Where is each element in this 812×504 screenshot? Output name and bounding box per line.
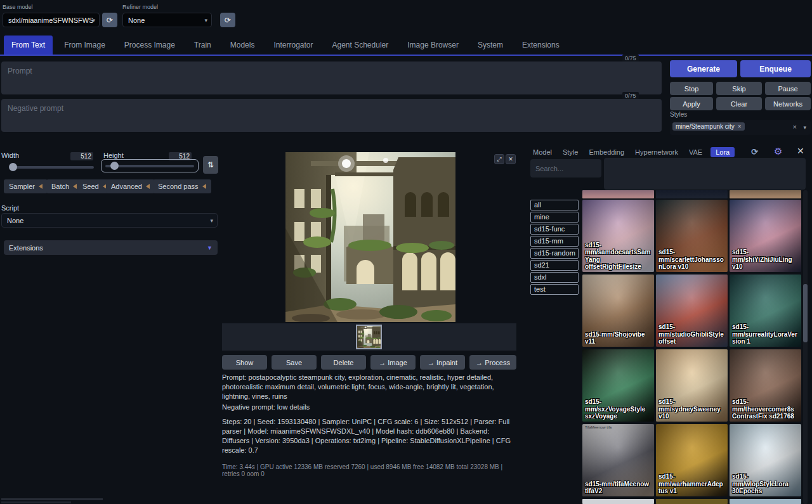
- advanced-accordion[interactable]: Advanced: [106, 179, 155, 193]
- networks-tab-style[interactable]: Style: [560, 147, 580, 157]
- networks-tab-hypernetwork[interactable]: Hypernetwork: [632, 147, 681, 157]
- send-to-image-button[interactable]: → Image: [370, 355, 416, 370]
- networks-close-icon[interactable]: ✕: [797, 146, 804, 156]
- lora-card[interactable]: sd15-mm/sxzVoyageStyle sxzVoyage: [582, 349, 654, 422]
- chevron-down-icon[interactable]: ▾: [803, 124, 806, 131]
- card-sliver: [730, 190, 801, 198]
- networks-tab-bar: Model Style Embedding Hypernetwork VAE L…: [530, 147, 735, 157]
- lora-card-label: sd15-mm/surrealityLoraVersion 1: [732, 323, 799, 345]
- card-sliver: [656, 190, 728, 198]
- script-select[interactable]: None ▾: [1, 213, 218, 228]
- networks-tab-embedding[interactable]: Embedding: [586, 147, 627, 157]
- lora-card[interactable]: sd15-mm/Shojovibe v11: [582, 275, 654, 347]
- folder-test[interactable]: test: [530, 284, 579, 295]
- lora-card[interactable]: sd15-mm/studioGhibliStyle offset: [656, 275, 728, 347]
- save-button[interactable]: Save: [272, 355, 317, 370]
- folder-sd15-func[interactable]: sd15-func: [530, 224, 579, 235]
- networks-scrollbar-track[interactable]: [803, 190, 808, 504]
- remove-style-icon[interactable]: ×: [738, 123, 742, 130]
- tab-interrogator[interactable]: Interrogator: [266, 36, 320, 55]
- tab-agent-scheduler[interactable]: Agent Scheduler: [325, 36, 396, 55]
- send-to-inpaint-button[interactable]: → Inpaint: [420, 355, 465, 370]
- tab-process-image[interactable]: Process Image: [117, 36, 183, 55]
- close-preview-button[interactable]: ✕: [506, 154, 516, 164]
- lora-card[interactable]: sd15-mm/shiYiZhiJiuLing v10: [730, 200, 801, 272]
- skip-button[interactable]: Skip: [716, 82, 762, 95]
- lora-card[interactable]: sd15-mm/scarlettJohanssonLora v10: [656, 200, 728, 272]
- height-slider-track[interactable]: [105, 165, 194, 167]
- swap-dimensions-button[interactable]: ⇅: [203, 156, 218, 174]
- gallery-thumbnail[interactable]: [356, 325, 382, 349]
- tab-train[interactable]: Train: [187, 36, 219, 55]
- lora-card[interactable]: sd15-mm/surrealityLoraVersion 1: [730, 275, 801, 347]
- tab-image-browser[interactable]: Image Browser: [400, 36, 466, 55]
- styles-select[interactable]: mine/Steampunk city × × ▾: [670, 120, 811, 135]
- generate-button[interactable]: Generate: [670, 60, 737, 77]
- base-model-select[interactable]: sdxl/miaanimeSFWNSFWS ▾: [3, 13, 100, 27]
- base-model-refresh-button[interactable]: ⟳: [102, 13, 117, 27]
- status-log-fragment: [1, 501, 71, 503]
- networks-settings-gear-icon[interactable]: ⚙: [774, 146, 782, 157]
- pause-button[interactable]: Pause: [765, 82, 811, 95]
- width-value-input[interactable]: 512: [70, 152, 93, 160]
- tab-system[interactable]: System: [470, 36, 511, 55]
- show-button[interactable]: Show: [222, 355, 267, 370]
- width-slider-knob[interactable]: [9, 163, 17, 171]
- folder-sd15-mm[interactable]: sd15-mm: [530, 236, 579, 247]
- lora-card-label: sd15-mm/tifaMeenow tifaV2: [585, 481, 652, 494]
- extensions-accordion[interactable]: Extensions ▼: [4, 240, 218, 255]
- tab-from-image[interactable]: From Image: [56, 36, 113, 55]
- fullscreen-button[interactable]: ⤢: [494, 154, 504, 164]
- lora-card[interactable]: TifaMeenow tifa sd15-mm/tifaMeenow tifaV…: [582, 424, 654, 496]
- tab-models[interactable]: Models: [223, 36, 263, 55]
- networks-search-input[interactable]: [530, 159, 601, 178]
- apply-button[interactable]: Apply: [670, 97, 713, 110]
- height-slider[interactable]: [101, 159, 199, 172]
- clear-button[interactable]: Clear: [716, 97, 762, 110]
- sampler-accordion[interactable]: Sampler: [4, 179, 48, 193]
- folder-mine[interactable]: mine: [530, 212, 579, 223]
- folder-sdxl[interactable]: sdxl: [530, 272, 579, 283]
- folder-sd15-random[interactable]: sd15-random: [530, 248, 579, 259]
- batch-accordion[interactable]: Batch: [46, 179, 82, 193]
- lora-card[interactable]: sd15-mm/warhammerAdeptus v1: [656, 424, 728, 496]
- collapse-arrow-icon: [39, 184, 43, 189]
- tab-from-text[interactable]: From Text: [4, 36, 53, 55]
- collapse-arrow-icon: [202, 184, 206, 189]
- lora-card-label: sd15-mm/sydneySweeney v10: [658, 398, 725, 420]
- networks-tab-lora[interactable]: Lora: [710, 147, 735, 157]
- lora-card[interactable]: sd15-mm/samdoesartsSamYang offsetRightFi…: [582, 200, 654, 272]
- prompt-input[interactable]: [1, 61, 662, 94]
- networks-tab-vae[interactable]: VAE: [686, 147, 705, 157]
- height-slider-knob[interactable]: [110, 162, 119, 170]
- lora-card[interactable]: sd15-mm/sydneySweeney v10: [656, 349, 728, 422]
- networks-panel: Model Style Embedding Hypernetwork VAE L…: [528, 145, 812, 504]
- refiner-model-refresh-button[interactable]: ⟳: [220, 13, 235, 27]
- script-value: None: [7, 217, 23, 224]
- folder-all[interactable]: all: [530, 200, 579, 210]
- refiner-model-select[interactable]: None ▾: [122, 13, 212, 27]
- collapse-arrow-icon: [73, 184, 77, 189]
- folder-sd21[interactable]: sd21: [530, 260, 579, 271]
- style-tag[interactable]: mine/Steampunk city ×: [672, 122, 745, 131]
- delete-button[interactable]: Delete: [321, 355, 366, 370]
- negative-prompt-input[interactable]: [1, 99, 662, 132]
- tab-extensions[interactable]: Extensions: [514, 36, 567, 55]
- lora-card[interactable]: sd15-mm/wlopStyleLora 30Epochs: [730, 424, 801, 496]
- width-slider-track[interactable]: [10, 166, 94, 169]
- send-to-process-button[interactable]: → Process: [469, 355, 516, 370]
- refiner-model-value: None: [128, 16, 145, 24]
- second-pass-accordion[interactable]: Second pass: [153, 179, 211, 193]
- networks-scrollbar-thumb[interactable]: [803, 284, 808, 342]
- generated-image-preview[interactable]: [285, 152, 455, 322]
- networks-description-box[interactable]: [604, 158, 806, 190]
- networks-button[interactable]: Networks: [765, 97, 811, 110]
- networks-tab-model[interactable]: Model: [530, 147, 554, 157]
- stop-button[interactable]: Stop: [670, 82, 713, 95]
- refresh-icon: ⟳: [107, 16, 113, 25]
- clear-styles-icon[interactable]: ×: [793, 123, 797, 131]
- lora-card[interactable]: sd15-mm/theovercomer8sContrastFix sd2176…: [730, 349, 801, 422]
- networks-refresh-icon[interactable]: ⟳: [751, 147, 758, 157]
- enqueue-button[interactable]: Enqueue: [740, 60, 811, 77]
- app-root: Base model sdxl/miaanimeSFWNSFWS ▾ ⟳ Ref…: [0, 0, 812, 504]
